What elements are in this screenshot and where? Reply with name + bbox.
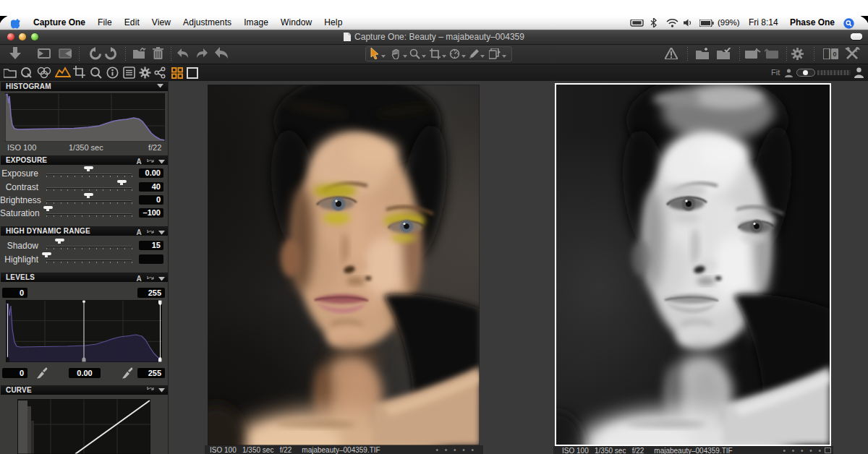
- svg-text:0: 0: [833, 51, 836, 58]
